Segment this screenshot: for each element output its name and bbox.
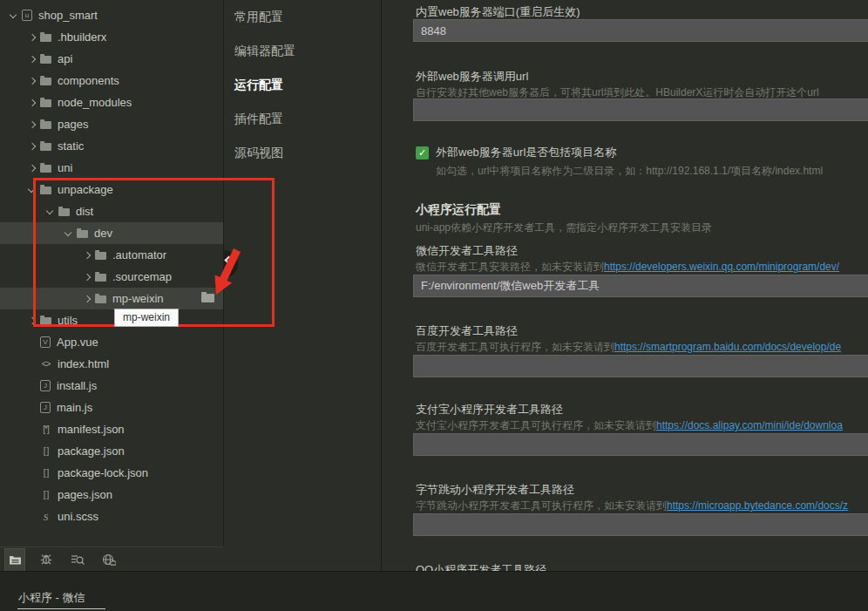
tree-item-main-js[interactable]: Jmain.js bbox=[0, 397, 223, 418]
chevron-down-icon[interactable] bbox=[44, 206, 58, 218]
chevron-down-icon[interactable] bbox=[8, 10, 21, 22]
devtool-download-link[interactable]: https://smartprogram.baidu.com/docs/deve… bbox=[614, 341, 841, 353]
files-icon[interactable] bbox=[4, 548, 25, 571]
tree-item-label: shop_smart bbox=[38, 9, 98, 22]
tree-item-api[interactable]: api bbox=[0, 48, 223, 70]
debug-icon[interactable] bbox=[36, 548, 57, 571]
explorer-toolbar bbox=[0, 547, 224, 571]
settings-nav-item-0[interactable]: 常用配置 bbox=[225, 0, 381, 34]
tree-item-label: manifest.json bbox=[58, 423, 125, 436]
chevron-spacer bbox=[26, 489, 39, 501]
tree-item-label: static bbox=[58, 139, 84, 153]
settings-nav-item-2[interactable]: 运行配置 bbox=[225, 68, 381, 102]
tree-item-package-lock-json[interactable]: [ ]package-lock.json bbox=[0, 462, 223, 484]
tree-item-mp-weixin[interactable]: mp-weixin bbox=[0, 288, 223, 309]
devtool-download-link[interactable]: https://developers.weixin.qq.com/minipro… bbox=[604, 261, 839, 273]
builtin-port-label: 内置web服务器端口(重启后生效) bbox=[416, 4, 580, 20]
tree-item-manifest-json[interactable]: [*]manifest.json bbox=[0, 418, 223, 440]
tree-item--automator[interactable]: .automator bbox=[0, 244, 223, 266]
devtool-path-input[interactable] bbox=[413, 275, 868, 297]
tree-item-label: dist bbox=[76, 205, 93, 218]
chevron-down-icon[interactable] bbox=[63, 227, 76, 240]
tree-item-label: unpackage bbox=[58, 183, 113, 196]
devtool-path-label: 支付宝小程序开发者工具路径 bbox=[416, 402, 563, 418]
include-project-name-label: 外部web服务器url是否包括项目名称 bbox=[436, 145, 616, 160]
devtool-download-link[interactable]: https://microapp.bytedance.com/docs/z bbox=[667, 499, 848, 512]
project-icon: u bbox=[22, 10, 32, 21]
chevron-spacer bbox=[26, 402, 39, 414]
tree-item-uni[interactable]: uni bbox=[0, 157, 223, 179]
tree-item--hbuilderx[interactable]: .hbuilderx bbox=[0, 26, 223, 48]
console-tab-miniprogram-weixin[interactable]: 小程序 - 微信 bbox=[18, 590, 85, 606]
tree-item-node-modules[interactable]: node_modules bbox=[0, 92, 223, 113]
chevron-right-icon[interactable] bbox=[26, 53, 39, 65]
devtool-path-hint: 字节跳动小程序开发者工具可执行程序，如未安装请到https://microapp… bbox=[416, 499, 848, 513]
json-file-icon: [ ] bbox=[39, 468, 52, 478]
tree-item-label: uni bbox=[58, 161, 72, 174]
tree-item-label: main.js bbox=[57, 401, 92, 414]
tree-item--sourcemap[interactable]: .sourcemap bbox=[0, 266, 223, 288]
tree-item-label: index.html bbox=[58, 357, 109, 370]
tree-item-app-vue[interactable]: VApp.vue bbox=[0, 331, 223, 353]
tree-item-uni-scss[interactable]: Suni.scss bbox=[0, 506, 223, 527]
devtool-path-input[interactable] bbox=[413, 513, 868, 536]
chevron-right-icon[interactable] bbox=[26, 140, 39, 153]
tree-item-pages[interactable]: pages bbox=[0, 113, 223, 135]
tree-item-dev[interactable]: dev bbox=[0, 222, 223, 244]
folder-icon bbox=[77, 230, 88, 238]
chevron-right-icon[interactable] bbox=[26, 315, 39, 327]
tree-item-unpackage[interactable]: unpackage bbox=[0, 179, 223, 200]
chevron-right-icon[interactable] bbox=[26, 97, 39, 109]
include-project-name-hint: 如勾选，url中将项目名称作为二级目录，如：http://192.168.1.1… bbox=[436, 164, 823, 179]
tree-item-label: api bbox=[58, 52, 72, 65]
web-icon[interactable] bbox=[98, 548, 119, 571]
run-settings-panel: 内置web服务器端口(重启后生效) 外部web服务器调用url 自行安装好其他w… bbox=[381, 0, 868, 571]
tree-item-static[interactable]: static bbox=[0, 135, 223, 157]
tree-item-index-html[interactable]: <>index.html bbox=[0, 353, 223, 375]
chevron-right-icon[interactable] bbox=[26, 162, 39, 174]
search-icon[interactable] bbox=[67, 548, 88, 571]
tree-item-install-js[interactable]: Jinstall.js bbox=[0, 375, 223, 397]
chevron-right-icon[interactable] bbox=[81, 249, 94, 261]
console-bar: 小程序 - 微信 bbox=[0, 571, 868, 611]
settings-nav-item-1[interactable]: 编辑器配置 bbox=[225, 34, 381, 68]
devtool-download-link[interactable]: https://docs.alipay.com/mini/ide/downloa bbox=[656, 419, 843, 431]
devtool-path-label: 字节跳动小程序开发者工具路径 bbox=[416, 482, 574, 498]
tree-item-dist[interactable]: dist bbox=[0, 200, 223, 222]
include-project-name-checkbox[interactable]: ✓ bbox=[416, 146, 429, 160]
chevron-spacer bbox=[26, 358, 39, 370]
settings-nav: 常用配置编辑器配置运行配置插件配置源码视图 bbox=[225, 0, 381, 571]
builtin-port-input[interactable] bbox=[413, 19, 868, 42]
tree-item-pages-json[interactable]: [ ]pages.json bbox=[0, 484, 223, 506]
chevron-right-icon[interactable] bbox=[81, 293, 94, 305]
hbuilderx-window: ushop_smart.hbuilderxapicomponentsnode_m… bbox=[0, 0, 868, 611]
devtool-path-hint: 支付宝小程序开发者工具可执行程序，如未安装请到https://docs.alip… bbox=[416, 418, 843, 433]
devtool-path-hint: 百度开发者工具可执行程序，如未安装请到https://smartprogram.… bbox=[416, 340, 841, 355]
tree-item-package-json[interactable]: [ ]package.json bbox=[0, 440, 223, 462]
chevron-spacer bbox=[26, 445, 39, 458]
tree-item-shop-smart[interactable]: ushop_smart bbox=[0, 4, 223, 26]
chevron-right-icon[interactable] bbox=[26, 75, 39, 87]
chevron-right-icon[interactable] bbox=[81, 271, 94, 283]
chevron-right-icon[interactable] bbox=[26, 31, 39, 44]
folder-icon bbox=[40, 121, 51, 129]
tree-item-label: install.js bbox=[57, 379, 97, 392]
chevron-down-icon[interactable] bbox=[26, 184, 39, 196]
external-url-input[interactable] bbox=[413, 98, 868, 121]
devtool-path-input[interactable] bbox=[413, 433, 868, 456]
chevron-right-icon[interactable] bbox=[26, 119, 39, 131]
folder-icon bbox=[40, 143, 51, 151]
tree-item-components[interactable]: components bbox=[0, 70, 223, 92]
chevron-spacer bbox=[26, 467, 39, 479]
folder-icon bbox=[40, 56, 51, 64]
folder-icon bbox=[95, 252, 106, 260]
settings-nav-item-3[interactable]: 插件配置 bbox=[225, 102, 381, 136]
folder-icon bbox=[95, 295, 106, 303]
folder-icon bbox=[201, 294, 214, 302]
miniprogram-section-hint: uni-app依赖小程序开发者工具，需指定小程序开发工具安装目录 bbox=[416, 221, 712, 235]
devtool-path-label: QQ小程序开发者工具路径 bbox=[416, 562, 546, 571]
folder-icon bbox=[40, 317, 51, 325]
settings-nav-item-4[interactable]: 源码视图 bbox=[225, 136, 381, 170]
tree-item-utils[interactable]: utils bbox=[0, 309, 223, 331]
devtool-path-input[interactable] bbox=[413, 355, 868, 377]
